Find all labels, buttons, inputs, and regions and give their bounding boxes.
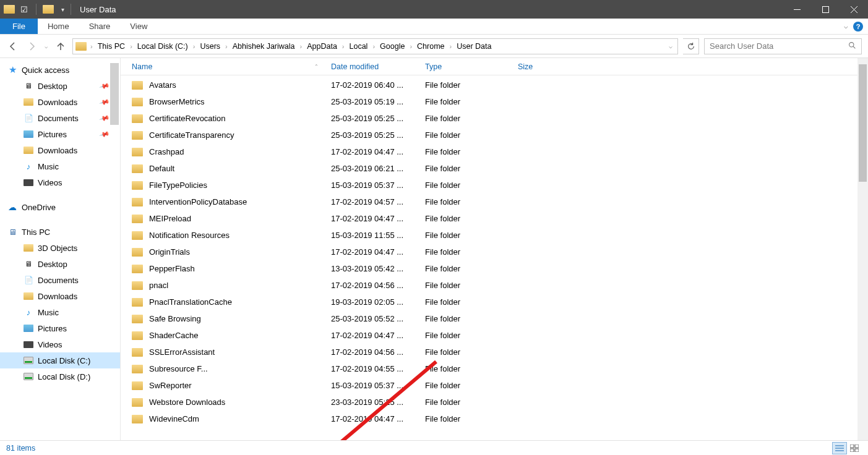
sidebar-item[interactable]: ♪Music <box>0 304 120 320</box>
search-input[interactable]: Search User Data <box>704 38 862 54</box>
breadcrumb[interactable]: › This PC›Local Disk (C:)›Users›Abhishek… <box>72 38 678 54</box>
file-row[interactable]: InterventionPolicyDatabase17-02-2019 04:… <box>121 193 857 210</box>
file-row[interactable]: CertificateRevocation25-03-2019 05:25 ..… <box>121 110 857 127</box>
qat-newfolder-icon[interactable] <box>43 5 54 14</box>
sidebar-item[interactable]: Downloads📌 <box>0 94 120 110</box>
sidebar-item-label: Desktop <box>38 82 67 91</box>
sidebar-item-label: Downloads <box>38 98 77 107</box>
sidebar-item[interactable]: 📄Documents <box>0 272 120 288</box>
breadcrumb-item[interactable]: Chrome <box>413 42 448 51</box>
thumbnails-view-button[interactable] <box>847 442 862 454</box>
file-row[interactable]: Webstore Downloads23-03-2019 05:25 ...Fi… <box>121 394 857 410</box>
file-row[interactable]: Default25-03-2019 06:21 ...File folder <box>121 160 857 177</box>
breadcrumb-item[interactable]: AppData <box>303 42 341 51</box>
breadcrumb-sep-icon[interactable]: › <box>89 43 94 50</box>
column-name[interactable]: Name⌃ <box>132 62 331 71</box>
forward-button[interactable] <box>25 40 38 53</box>
navpane-scrollbar[interactable] <box>110 63 119 125</box>
file-row[interactable]: ShaderCache17-02-2019 04:47 ...File fold… <box>121 327 857 344</box>
details-view-button[interactable] <box>832 442 847 454</box>
file-row[interactable]: PepperFlash13-03-2019 05:42 ...File fold… <box>121 260 857 277</box>
sidebar-item[interactable]: Local Disk (C:) <box>0 352 120 368</box>
qat-properties-icon[interactable]: ☑ <box>19 4 30 15</box>
file-date: 17-02-2019 04:55 ... <box>331 364 425 373</box>
file-row[interactable]: SSLErrorAssistant17-02-2019 04:56 ...Fil… <box>121 344 857 360</box>
file-row[interactable]: CertificateTransparency25-03-2019 05:25 … <box>121 127 857 143</box>
tab-view[interactable]: View <box>120 19 157 34</box>
tab-share[interactable]: Share <box>79 19 121 34</box>
close-button[interactable] <box>840 0 868 19</box>
maximize-button[interactable] <box>811 0 840 19</box>
sidebar-item[interactable]: Pictures📌 <box>0 126 120 142</box>
scrollbar-thumb[interactable] <box>859 64 867 182</box>
nav-quick-access[interactable]: ★ Quick access <box>0 62 120 78</box>
sidebar-item[interactable]: 3D Objects <box>0 240 120 256</box>
breadcrumb-sep-icon[interactable]: › <box>129 43 134 50</box>
sidebar-item[interactable]: ♪Music <box>0 158 120 174</box>
file-name: InterventionPolicyDatabase <box>149 197 331 206</box>
folder-icon <box>24 97 33 107</box>
file-row[interactable]: Avatars17-02-2019 06:40 ...File folder <box>121 77 857 93</box>
column-type[interactable]: Type <box>425 62 518 71</box>
sidebar-item[interactable]: 🖥Desktop <box>0 256 120 272</box>
file-row[interactable]: Crashpad17-02-2019 04:47 ...File folder <box>121 143 857 160</box>
file-row[interactable]: SwReporter15-03-2019 05:37 ...File folde… <box>121 377 857 394</box>
breadcrumb-item[interactable]: This PC <box>94 42 129 51</box>
file-row[interactable]: MEIPreload17-02-2019 04:47 ...File folde… <box>121 210 857 227</box>
sidebar-item-label: Local Disk (C:) <box>38 356 90 365</box>
file-row[interactable]: PnaclTranslationCache19-03-2019 02:05 ..… <box>121 294 857 310</box>
file-row[interactable]: Subresource F...17-02-2019 04:55 ...File… <box>121 360 857 377</box>
up-button[interactable] <box>54 40 67 53</box>
breadcrumb-sep-icon[interactable]: › <box>408 43 413 50</box>
back-button[interactable] <box>6 40 20 53</box>
tab-file[interactable]: File <box>0 19 38 34</box>
svg-line-5 <box>853 46 855 48</box>
qat-customize-icon[interactable]: ▾ <box>58 6 68 13</box>
file-row[interactable]: pnacl17-02-2019 04:56 ...File folder <box>121 277 857 294</box>
file-row[interactable]: WidevineCdm17-02-2019 04:47 ...File fold… <box>121 410 857 427</box>
breadcrumb-sep-icon[interactable]: › <box>341 43 346 50</box>
nav-onedrive[interactable]: ☁ OneDrive <box>0 199 120 215</box>
help-icon[interactable]: ? <box>853 22 863 32</box>
history-dropdown-icon[interactable]: ⌵ <box>43 43 49 49</box>
file-row[interactable]: FileTypePolicies15-03-2019 05:37 ...File… <box>121 177 857 193</box>
breadcrumb-item[interactable]: User Data <box>453 42 495 51</box>
refresh-button[interactable] <box>683 38 699 54</box>
sidebar-item[interactable]: Pictures <box>0 320 120 336</box>
path-dropdown-icon[interactable]: ⌵ <box>664 43 677 49</box>
sidebar-item[interactable]: Downloads <box>0 288 120 304</box>
breadcrumb-item[interactable]: Users <box>196 42 224 51</box>
breadcrumb-item[interactable]: Google <box>376 42 408 51</box>
file-row[interactable]: Safe Browsing25-03-2019 05:52 ...File fo… <box>121 310 857 327</box>
sidebar-item[interactable]: Videos <box>0 336 120 352</box>
folder-icon <box>132 114 143 123</box>
sidebar-item[interactable]: Downloads <box>0 142 120 158</box>
minimize-button[interactable] <box>783 0 811 19</box>
file-scrollbar[interactable] <box>857 58 868 440</box>
breadcrumb-item[interactable]: Abhishek Jariwala <box>229 42 299 51</box>
breadcrumb-sep-icon[interactable]: › <box>224 43 229 50</box>
file-row[interactable]: OriginTrials17-02-2019 04:47 ...File fol… <box>121 244 857 260</box>
column-size[interactable]: Size <box>518 62 580 71</box>
breadcrumb-item[interactable]: Local Disk (C:) <box>134 42 192 51</box>
nav-this-pc[interactable]: 🖥 This PC <box>0 224 120 240</box>
breadcrumb-sep-icon[interactable]: › <box>371 43 376 50</box>
file-row[interactable]: Notification Resources15-03-2019 11:55 .… <box>121 227 857 244</box>
qat-divider <box>36 4 37 15</box>
sidebar-item[interactable]: 📄Documents📌 <box>0 110 120 126</box>
file-date: 15-03-2019 05:37 ... <box>331 381 425 390</box>
sidebar-item[interactable]: Local Disk (D:) <box>0 368 120 385</box>
sidebar-item[interactable]: Videos <box>0 174 120 190</box>
breadcrumb-item[interactable]: Local <box>346 42 372 51</box>
folder-icon <box>24 291 33 301</box>
tab-home[interactable]: Home <box>38 19 79 34</box>
file-row[interactable]: BrowserMetrics25-03-2019 05:19 ...File f… <box>121 93 857 110</box>
navigation-pane[interactable]: ★ Quick access 🖥Desktop📌Downloads📌📄Docum… <box>0 58 121 440</box>
file-type: File folder <box>425 331 518 340</box>
picture-icon <box>24 129 33 139</box>
address-bar: ⌵ › This PC›Local Disk (C:)›Users›Abhish… <box>0 35 868 58</box>
quick-access-toolbar: ☑ ▾ <box>0 4 68 15</box>
sidebar-item[interactable]: 🖥Desktop📌 <box>0 78 120 94</box>
column-date[interactable]: Date modified <box>331 62 425 71</box>
ribbon-expand-icon[interactable]: ⌵ <box>844 22 848 30</box>
